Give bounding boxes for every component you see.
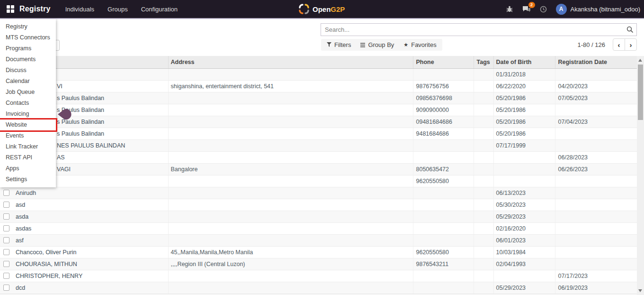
cell-date-of-birth[interactable]: 06/01/2023: [493, 234, 555, 246]
cell-address[interactable]: shiganshina, entertainment district, 541: [168, 80, 413, 92]
cell-registration-date[interactable]: 06/28/2023: [555, 151, 637, 163]
search-icon[interactable]: [626, 26, 634, 33]
row-checkbox[interactable]: [3, 190, 9, 196]
cell-address[interactable]: [168, 199, 413, 211]
scrollbar-thumb[interactable]: [638, 65, 643, 120]
cell-tags[interactable]: [474, 175, 493, 187]
cell-phone[interactable]: [413, 68, 474, 80]
cell-tags[interactable]: [474, 234, 493, 246]
cell-registration-date[interactable]: [555, 139, 637, 151]
cell-name[interactable]: asd: [0, 199, 168, 211]
row-checkbox[interactable]: [3, 225, 9, 231]
search-input[interactable]: [321, 23, 637, 36]
cell-tags[interactable]: [474, 270, 493, 282]
cell-date-of-birth[interactable]: 05/20/1986: [493, 116, 555, 128]
app-menu-item-registry[interactable]: Registry: [0, 21, 56, 32]
cell-phone[interactable]: [413, 234, 474, 246]
cell-tags[interactable]: [474, 80, 493, 92]
vertical-scrollbar[interactable]: [637, 56, 644, 295]
table-row[interactable]: asdas 02/16/2020: [0, 222, 637, 234]
row-checkbox[interactable]: [3, 249, 9, 255]
cell-registration-date[interactable]: 04/20/2023: [555, 80, 637, 92]
apps-grid-icon[interactable]: [7, 5, 15, 13]
col-header-date-of-birth[interactable]: Date of Birth: [493, 56, 555, 68]
table-row[interactable]: 01/31/2018: [0, 68, 637, 80]
app-menu-item-apps[interactable]: Apps: [0, 163, 56, 174]
cell-tags[interactable]: [474, 211, 493, 222]
cell-registration-date[interactable]: [555, 187, 637, 199]
cell-date-of-birth[interactable]: 06/13/2023: [493, 187, 555, 199]
row-checkbox[interactable]: [3, 285, 9, 291]
cell-address[interactable]: Bangalore: [168, 163, 413, 175]
cell-date-of-birth[interactable]: 02/16/2020: [493, 222, 555, 234]
app-menu-item-job-queue[interactable]: Job Queue: [0, 87, 56, 98]
cell-registration-date[interactable]: [555, 222, 637, 234]
filters-button[interactable]: Filters: [322, 39, 356, 51]
cell-tags[interactable]: [474, 282, 493, 294]
cell-name[interactable]: asf: [0, 234, 168, 246]
cell-tags[interactable]: [474, 139, 493, 151]
cell-registration-date[interactable]: [555, 246, 637, 258]
cell-registration-date[interactable]: [555, 234, 637, 246]
cell-date-of-birth[interactable]: 10/03/1984: [493, 246, 555, 258]
cell-date-of-birth[interactable]: 05/30/2023: [493, 199, 555, 211]
cell-phone[interactable]: 9876756756: [413, 80, 474, 92]
cell-phone[interactable]: [413, 139, 474, 151]
row-checkbox[interactable]: [3, 202, 9, 208]
table-row[interactable]: Chancoco, Oliver Purin 45,,Manila,Manila…: [0, 246, 637, 258]
cell-registration-date[interactable]: [555, 211, 637, 222]
favorites-button[interactable]: ★ Favorites: [399, 39, 441, 51]
table-row[interactable]: asda 05/29/2023: [0, 211, 637, 222]
cell-address[interactable]: [168, 128, 413, 139]
table-row[interactable]: s Paulus Balindan 09856376698 05/20/1986…: [0, 92, 637, 104]
cell-date-of-birth[interactable]: 05/20/1986: [493, 92, 555, 104]
cell-registration-date[interactable]: [555, 175, 637, 187]
cell-registration-date[interactable]: [555, 199, 637, 211]
cell-date-of-birth[interactable]: [493, 163, 555, 175]
cell-address[interactable]: [168, 139, 413, 151]
app-menu-item-invoicing[interactable]: Invoicing: [0, 109, 56, 120]
cell-address[interactable]: [168, 92, 413, 104]
cell-address[interactable]: 45,,Manila,Manila,Metro Manila: [168, 246, 413, 258]
cell-phone[interactable]: 9090900000: [413, 104, 474, 116]
table-row[interactable]: Anirudh 06/13/2023: [0, 187, 637, 199]
cell-name[interactable]: CHRISTOPHER, HENRY: [0, 270, 168, 282]
group-by-button[interactable]: Group By: [356, 39, 399, 51]
app-menu-item-events[interactable]: Events: [0, 130, 56, 141]
cell-date-of-birth[interactable]: 05/20/1986: [493, 104, 555, 116]
cell-date-of-birth[interactable]: 05/29/2023: [493, 211, 555, 222]
cell-registration-date[interactable]: [555, 258, 637, 270]
pager-previous-button[interactable]: ‹: [613, 38, 625, 51]
app-menu-item-website[interactable]: Website: [0, 120, 56, 130]
cell-phone[interactable]: 09481684686: [413, 116, 474, 128]
app-name[interactable]: Registry: [19, 5, 51, 13]
table-row[interactable]: s Paulus Balindan 9090900000 05/20/1986: [0, 104, 637, 116]
table-row[interactable]: s Paulus Balindan 09481684686 05/20/1986…: [0, 116, 637, 128]
cell-tags[interactable]: [474, 163, 493, 175]
cell-address[interactable]: ,,,,Region III (Central Luzon): [168, 258, 413, 270]
cell-phone[interactable]: 9620550580: [413, 175, 474, 187]
cell-name[interactable]: asda: [0, 211, 168, 222]
pager-next-button[interactable]: ›: [625, 38, 637, 51]
cell-tags[interactable]: [474, 128, 493, 139]
topbar-menu-configuration[interactable]: Configuration: [140, 5, 179, 14]
table-row[interactable]: s Paulus Balindan 9481684686 05/20/1986: [0, 128, 637, 139]
topbar-menu-individuals[interactable]: Individuals: [64, 5, 95, 14]
cell-address[interactable]: [168, 151, 413, 163]
app-menu-item-contacts[interactable]: Contacts: [0, 98, 56, 109]
cell-name[interactable]: dcd: [0, 282, 168, 294]
cell-registration-date[interactable]: 07/04/2023: [555, 116, 637, 128]
cell-date-of-birth[interactable]: 07/17/1999: [493, 139, 555, 151]
table-row[interactable]: CHRISTOPHER, HENRY 07/17/2023: [0, 270, 637, 282]
cell-phone[interactable]: 8050635472: [413, 163, 474, 175]
table-row[interactable]: VI shiganshina, entertainment district, …: [0, 80, 637, 92]
cell-name[interactable]: Anirudh: [0, 187, 168, 199]
table-row[interactable]: NES PAULUS BALINDAN 07/17/1999: [0, 139, 637, 151]
cell-phone[interactable]: [413, 187, 474, 199]
cell-address[interactable]: [168, 282, 413, 294]
cell-address[interactable]: [168, 270, 413, 282]
cell-address[interactable]: [168, 104, 413, 116]
cell-address[interactable]: [168, 116, 413, 128]
cell-registration-date[interactable]: 07/17/2023: [555, 270, 637, 282]
cell-phone[interactable]: [413, 282, 474, 294]
